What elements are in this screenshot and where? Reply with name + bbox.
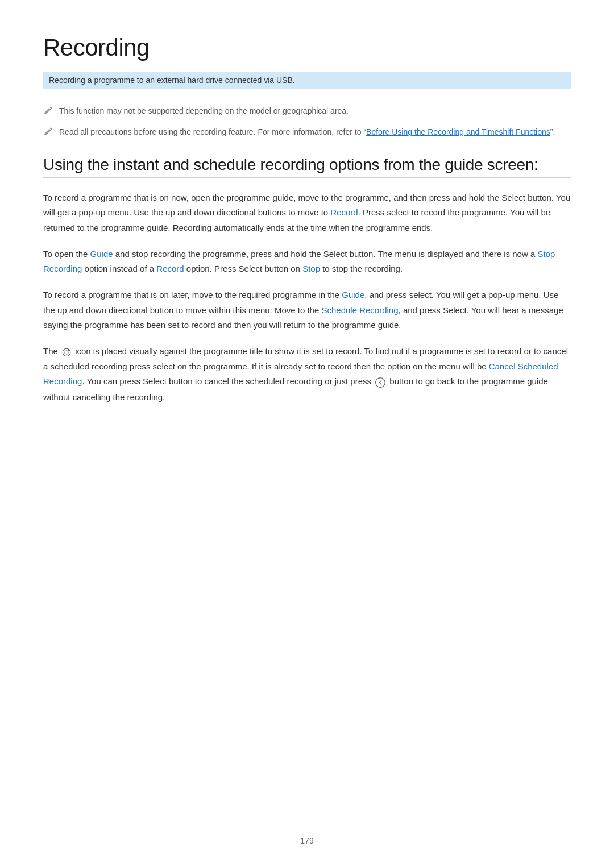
svg-point-2	[376, 378, 385, 388]
page-footer: - 179 -	[0, 836, 614, 845]
link-cancel-scheduled[interactable]: Cancel Scheduled Recording	[43, 362, 558, 386]
section-heading: Using the instant and schedule recording…	[43, 156, 571, 178]
link-stop[interactable]: Stop	[302, 264, 320, 273]
paragraph-4: The icon is placed visually against the …	[43, 344, 571, 405]
paragraph-1: To record a programme that is on now, op…	[43, 190, 571, 235]
paragraph-2: To open the Guide and stop recording the…	[43, 247, 571, 277]
page-number: - 179 -	[296, 836, 318, 845]
timeshift-link[interactable]: Before Using the Recording and Timeshift…	[366, 127, 550, 136]
link-record-2[interactable]: Record	[156, 264, 184, 273]
page-title: Recording	[43, 34, 571, 61]
svg-point-1	[65, 351, 68, 354]
pencil-icon-1	[43, 105, 53, 118]
note-text-1: This function may not be supported depen…	[59, 105, 349, 117]
note-text-2: Read all precautions before using the re…	[59, 126, 555, 138]
notes-list: This function may not be supported depen…	[43, 105, 571, 139]
back-button-icon	[375, 375, 386, 389]
record-schedule-icon	[61, 344, 72, 359]
link-guide-2[interactable]: Guide	[342, 290, 364, 300]
link-stop-recording[interactable]: Stop Recording	[43, 249, 555, 273]
pencil-icon-2	[43, 126, 53, 139]
page-container: Recording Recording a programme to an ex…	[0, 0, 614, 462]
link-guide-1[interactable]: Guide	[90, 249, 113, 259]
note-item-2: Read all precautions before using the re…	[43, 126, 571, 139]
link-schedule-recording[interactable]: Schedule Recording	[321, 305, 398, 315]
link-record-1[interactable]: Record	[330, 207, 358, 217]
subtitle-bar: Recording a programme to an external har…	[43, 72, 571, 89]
paragraph-3: To record a programme that is on later, …	[43, 288, 571, 333]
note-item-1: This function may not be supported depen…	[43, 105, 571, 118]
subtitle-text: Recording a programme to an external har…	[49, 76, 295, 85]
